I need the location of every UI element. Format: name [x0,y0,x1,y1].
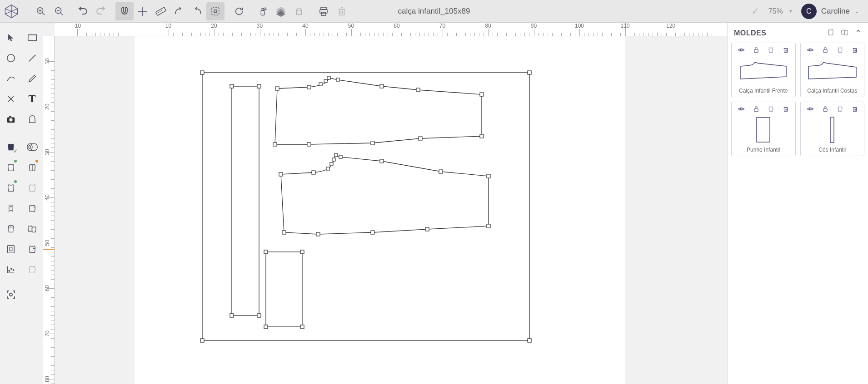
svg-rect-98 [754,49,758,52]
undo-button[interactable] [74,2,92,20]
ruler-tool-button[interactable] [152,2,170,20]
lock-icon[interactable] [753,105,759,113]
garment-variant-8[interactable] [21,259,43,280]
chart-tool[interactable] [0,259,21,280]
svg-rect-76 [273,143,277,146]
garment-variant-2[interactable] [21,157,43,177]
chevron-up-icon[interactable]: ⌃ [855,28,862,38]
delete-button [333,2,351,20]
svg-rect-91 [282,231,286,234]
canvas-area[interactable]: -10102030405060708090100110120 102030405… [43,23,727,384]
eye-icon[interactable] [738,105,745,113]
svg-point-48 [9,270,10,271]
garment-doc-tool[interactable] [0,239,21,259]
user-menu[interactable]: C Caroline ⌄ [801,4,859,19]
svg-point-19 [266,9,266,9]
garment-variant-5[interactable] [21,198,43,218]
multi-garment-icon[interactable] [840,28,849,38]
svg-rect-82 [334,153,338,157]
garment-variant-6[interactable] [0,218,21,239]
left-toolbar: T ✓ [0,23,43,384]
bodice-filled-tool[interactable]: ✓ [0,137,21,157]
tag-tool[interactable] [0,198,21,218]
close-tool[interactable] [0,89,21,109]
layers-button[interactable] [272,2,290,20]
horizontal-ruler: -10102030405060708090100110120 [55,23,727,36]
multi-garment-tool[interactable] [21,218,43,239]
spray-tool-button[interactable] [254,2,272,20]
garment-icon[interactable] [837,46,843,54]
svg-rect-57 [528,339,531,342]
svg-rect-85 [439,170,443,173]
select-tool[interactable] [0,27,21,48]
trash-icon[interactable] [852,105,858,113]
garment-icon[interactable] [768,46,774,54]
svg-rect-81 [332,158,335,161]
validate-icon[interactable]: ✓ [751,5,759,17]
print-button[interactable] [314,2,333,20]
scan-tool[interactable] [0,284,21,305]
trash-icon[interactable] [783,46,789,54]
ghost-button [290,2,308,20]
svg-point-109 [740,108,742,110]
garment-variant-3[interactable] [0,177,21,198]
svg-rect-93 [264,250,268,254]
svg-point-40 [9,118,12,121]
mold-card-punho[interactable]: Punho Infantil [731,102,796,156]
curve-tool[interactable] [0,68,21,89]
svg-line-13 [161,10,162,10]
lock-icon[interactable] [822,46,828,54]
svg-point-35 [7,54,15,62]
ellipse-tool[interactable] [0,48,21,68]
trash-icon[interactable] [783,105,789,113]
svg-line-6 [60,12,63,15]
mold-label: Punho Infantil [747,146,780,154]
lock-icon[interactable] [822,105,828,113]
zoom-in-button[interactable] [32,2,50,20]
svg-rect-72 [480,134,484,138]
chevron-down-icon: ⌄ [854,8,859,15]
svg-line-2 [42,12,45,15]
garment-icon[interactable] [837,105,843,113]
avatar: C [801,4,817,19]
crosshair-button[interactable] [134,2,152,20]
bounding-tool-button[interactable] [206,2,224,20]
garment-variant-1[interactable] [0,157,21,177]
svg-rect-54 [200,71,204,74]
lock-icon[interactable] [753,46,759,54]
garment-tool[interactable] [21,109,43,129]
magnet-snap-button[interactable] [115,2,134,20]
zoom-out-button[interactable] [50,2,68,20]
rectangle-tool[interactable] [21,27,43,48]
svg-rect-55 [528,71,531,74]
eye-icon[interactable] [738,46,745,54]
trash-icon[interactable] [852,46,858,54]
garment-variant-4[interactable] [21,177,43,198]
garment-outline-icon[interactable] [827,28,835,38]
svg-rect-117 [823,108,827,111]
line-tool[interactable] [21,48,43,68]
canvas[interactable] [55,36,727,384]
fabric-roll-tool[interactable] [21,137,43,157]
svg-rect-70 [416,88,420,92]
eye-icon[interactable] [807,46,814,54]
svg-rect-110 [754,108,758,111]
topbar: calça infantil_105x89 ✓ 75% ▾ C Caroline… [0,0,868,23]
svg-rect-79 [326,167,329,170]
curve-tool-2-button[interactable] [188,2,206,20]
refresh-button[interactable] [230,2,248,20]
garment-icon[interactable] [768,105,774,113]
svg-rect-16 [261,10,264,15]
text-tool[interactable]: T [21,89,43,109]
mold-card-costas[interactable]: Calça Infantil Costas [800,43,865,97]
eye-icon[interactable] [807,105,814,113]
svg-rect-52 [135,36,625,384]
garment-variant-7[interactable] [21,239,43,259]
mold-card-frente[interactable]: Calça Infantil Frente [731,43,796,97]
camera-tool[interactable] [0,109,21,129]
pencil-tool[interactable] [21,68,43,89]
mold-card-cos[interactable]: Cós Infantil [800,102,865,156]
zoom-dropdown[interactable]: 75% ▾ [768,7,792,15]
svg-rect-105 [853,49,856,52]
curve-tool-button[interactable] [170,2,188,20]
